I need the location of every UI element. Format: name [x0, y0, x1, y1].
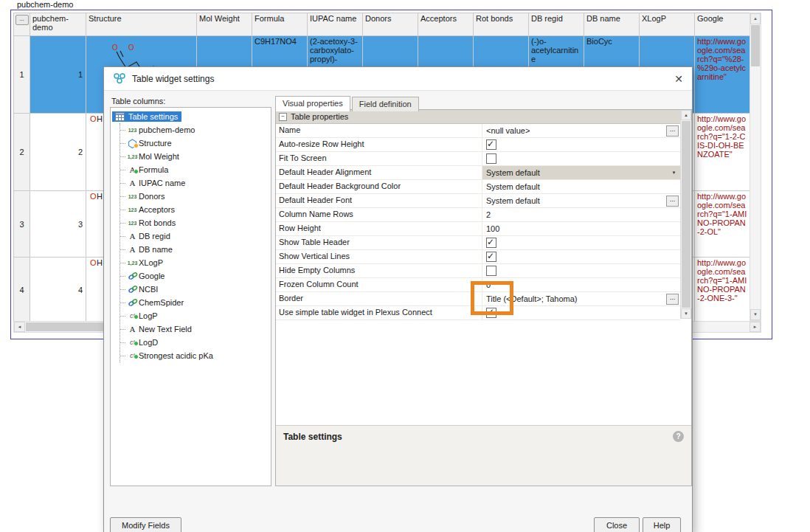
property-value[interactable]: 2 [482, 208, 680, 221]
close-icon[interactable]: ✕ [674, 73, 683, 85]
checkbox-show-table-header[interactable] [486, 238, 496, 248]
tree-item-donors[interactable]: 123Donors [120, 190, 269, 203]
dropdown-arrow-icon[interactable]: ▼ [668, 167, 679, 179]
group-header-table-properties[interactable]: − Table properties [276, 110, 680, 124]
column-header-donors[interactable]: Donors [363, 13, 418, 36]
help-button[interactable]: Help [643, 517, 681, 532]
scroll-down-icon[interactable]: ▼ [750, 309, 761, 320]
cell-google[interactable]: http://www.google.com/search?q="%28-%29o… [695, 36, 750, 114]
scroll-thumb[interactable] [682, 121, 690, 308]
tree-item-db-name[interactable]: ADB name [120, 243, 269, 256]
property-value[interactable]: <null value>... [482, 124, 680, 137]
property-name[interactable]: Default Header Alignment [276, 166, 482, 179]
property-value[interactable] [482, 236, 680, 249]
property-name[interactable]: Default Header Background Color [276, 180, 482, 193]
row-number[interactable]: 1 [14, 36, 30, 114]
cell-google[interactable]: http://www.google.com/search?q="1-2-CIS-… [695, 114, 750, 191]
scroll-right-icon[interactable]: ► [750, 322, 761, 332]
column-header-rot-bonds[interactable]: Rot bonds [474, 13, 529, 36]
property-name[interactable]: Column Name Rows [276, 208, 482, 221]
cell-id[interactable]: 4 [30, 258, 86, 322]
column-header-db-regid[interactable]: DB regid [529, 13, 584, 36]
row-number[interactable]: 4 [14, 258, 30, 322]
checkbox-hide-empty-columns[interactable] [486, 266, 496, 276]
tree-item-rot-bonds[interactable]: 123Rot bonds [120, 216, 269, 229]
property-name[interactable]: Border [276, 292, 482, 305]
property-name[interactable]: Fit To Screen [276, 152, 482, 165]
tree-item-pubchem-demo[interactable]: 123pubchem-demo [120, 123, 269, 137]
ellipsis-button[interactable]: ... [666, 196, 679, 207]
tree-item-db-regid[interactable]: ADB regid [120, 229, 269, 243]
scroll-down-icon[interactable]: ▼ [681, 308, 691, 319]
property-name[interactable]: Show Table Header [276, 236, 482, 249]
tree-item-xlogp[interactable]: 1,23XLogP [120, 256, 269, 269]
cell-id[interactable]: 2 [30, 114, 86, 191]
property-value[interactable] [482, 138, 680, 151]
property-name[interactable]: Use simple table widget in Plexus Connec… [276, 306, 482, 319]
svg-text:O: O [112, 44, 118, 52]
cell-id[interactable]: 1 [30, 36, 86, 114]
properties-scrollbar[interactable]: ▲ ▼ [680, 110, 691, 319]
column-header-acceptors[interactable]: Acceptors [418, 13, 474, 36]
scroll-up-icon[interactable]: ▲ [750, 13, 761, 24]
property-value[interactable]: System default... [482, 194, 680, 207]
column-header-mol-weight[interactable]: Mol Weight [197, 13, 252, 36]
tree-item-google[interactable]: Google [120, 269, 269, 283]
column-header-iupac-name[interactable]: IUPAC name [308, 13, 363, 36]
text-field-icon: A [126, 232, 139, 241]
cell-google[interactable]: http://www.google.com/search?q="1-AMINO-… [695, 258, 750, 322]
row-number[interactable]: 2 [14, 114, 30, 191]
tab-visual-properties[interactable]: Visual properties [275, 96, 350, 111]
property-value[interactable] [482, 152, 680, 165]
property-name[interactable]: Hide Empty Columns [276, 264, 482, 277]
column-header-xlogp[interactable]: XLogP [640, 13, 695, 36]
vertical-scroll-thumb[interactable] [751, 25, 760, 66]
ellipsis-button[interactable]: ... [666, 125, 679, 137]
checkbox-show-vertical-lines[interactable] [486, 252, 496, 262]
tree-item-table-settings[interactable]: Table settings [112, 110, 269, 123]
column-header-formula[interactable]: Formula [252, 13, 308, 36]
property-value[interactable] [482, 250, 680, 263]
tree-item-ncbi[interactable]: NCBI [120, 283, 269, 296]
column-header-db-name[interactable]: DB name [584, 13, 640, 36]
property-value[interactable]: System default▼ [482, 166, 680, 179]
cell-google[interactable]: http://www.google.com/search?q="1-AMINO-… [695, 191, 750, 258]
column-header-pubchem-demo[interactable]: pubchem-demo [30, 13, 86, 36]
property-name[interactable]: Row Height [276, 222, 482, 235]
tree-item-structure[interactable]: Structure [120, 137, 269, 150]
cell-id[interactable]: 3 [30, 191, 86, 258]
checkbox-auto-resize-row-height[interactable] [486, 139, 496, 150]
table-options-button[interactable]: ... [15, 15, 29, 25]
tree-item-strongest-acidic-pka[interactable]: ctStrongest acidic pKa [120, 349, 269, 362]
close-button[interactable]: Close [594, 517, 640, 532]
property-name[interactable]: Name [276, 124, 482, 137]
tree-item-iupac-name[interactable]: AIUPAC name [120, 176, 269, 190]
column-header-structure[interactable]: Structure [86, 13, 197, 36]
property-value[interactable]: 100 [482, 222, 680, 235]
property-name[interactable]: Default Header Font [276, 194, 482, 207]
help-icon[interactable]: ? [673, 431, 684, 442]
tree-item-logd[interactable]: ctLogD [120, 336, 269, 349]
scroll-up-icon[interactable]: ▲ [681, 110, 691, 120]
property-value[interactable]: System default [482, 180, 680, 193]
tree-item-chemspider[interactable]: ChemSpider [120, 296, 269, 309]
modify-fields-button[interactable]: Modify Fields [110, 517, 181, 532]
table-vertical-scrollbar[interactable]: ▲ ▼ [750, 13, 761, 321]
column-header-google[interactable]: Google [695, 13, 750, 36]
tree-item-logp[interactable]: ctLogP [120, 309, 269, 322]
property-name[interactable]: Frozen Column Count [276, 278, 482, 291]
tree-item-formula[interactable]: AFormula [120, 163, 269, 176]
scroll-left-icon[interactable]: ◄ [14, 322, 25, 332]
row-number[interactable]: 3 [14, 191, 30, 258]
ellipsis-button[interactable]: ... [666, 294, 679, 305]
url-field-icon [126, 272, 139, 280]
property-name[interactable]: Auto-resize Row Height [276, 138, 482, 151]
checkbox-fit-to-screen[interactable] [486, 153, 496, 164]
tree-item-new-text-field[interactable]: ANew Text Field [120, 322, 269, 336]
collapse-icon[interactable]: − [279, 113, 287, 121]
property-value[interactable] [482, 264, 680, 277]
tree-item-mol-weight[interactable]: 1,23Mol Weight [120, 150, 269, 163]
property-name[interactable]: Show Vertical Lines [276, 250, 482, 263]
tree-item-acceptors[interactable]: 123Acceptors [120, 203, 269, 216]
tab-field-definition[interactable]: Field definition [352, 97, 419, 111]
